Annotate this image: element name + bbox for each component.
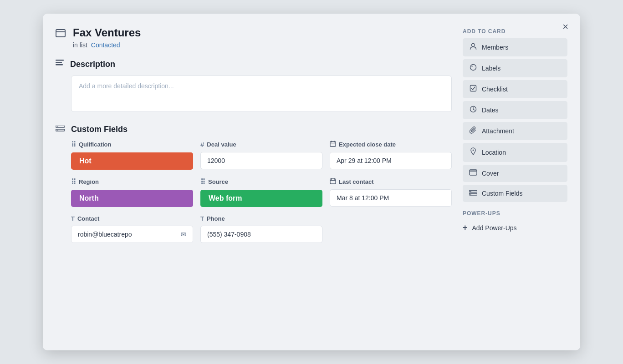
labels-label: Labels bbox=[482, 65, 500, 72]
field-phone-type-icon: T bbox=[200, 215, 204, 222]
svg-rect-2 bbox=[56, 60, 64, 61]
location-button[interactable]: Location bbox=[463, 143, 567, 162]
add-power-ups-label: Add Power-Ups bbox=[472, 224, 517, 232]
card-type-icon bbox=[56, 28, 66, 40]
field-phone-label: T Phone bbox=[200, 215, 322, 222]
svg-rect-13 bbox=[330, 179, 336, 184]
field-deal-value-input[interactable]: 12000 bbox=[200, 152, 322, 169]
svg-rect-4 bbox=[56, 64, 63, 66]
svg-rect-28 bbox=[470, 194, 471, 195]
card-list-link[interactable]: Contacted bbox=[91, 41, 120, 49]
field-deal-value: # Deal value 12000 bbox=[200, 141, 322, 170]
attachment-button[interactable]: Attachment bbox=[463, 122, 567, 140]
members-button[interactable]: Members bbox=[463, 38, 567, 56]
field-qualification-label: ⠿ Qulification bbox=[71, 141, 193, 149]
svg-point-17 bbox=[472, 44, 475, 47]
location-label: Location bbox=[482, 149, 506, 156]
svg-rect-24 bbox=[470, 170, 477, 172]
field-phone: T Phone (555) 347-0908 bbox=[200, 215, 322, 243]
checklist-icon bbox=[469, 85, 477, 94]
cover-icon bbox=[469, 169, 477, 177]
cover-button[interactable]: Cover bbox=[463, 165, 567, 182]
custom-fields-title: Custom Fields bbox=[71, 125, 128, 134]
members-label: Members bbox=[482, 44, 508, 51]
add-to-card-title: Add to card bbox=[463, 28, 567, 35]
field-last-contact-value[interactable]: Mar 8 at 12:00 PM bbox=[330, 189, 452, 207]
field-source-icon: ⠿ bbox=[200, 178, 205, 186]
close-button[interactable]: × bbox=[559, 20, 572, 34]
field-deal-value-label: # Deal value bbox=[200, 141, 322, 148]
field-contact-value[interactable]: robin@bluecatrepo ✉ bbox=[71, 226, 193, 243]
field-region-value[interactable]: North bbox=[71, 190, 193, 207]
field-region-label: ⠿ Region bbox=[71, 178, 193, 186]
svg-rect-0 bbox=[56, 30, 65, 37]
field-deal-value-icon: # bbox=[200, 141, 204, 148]
plus-icon: + bbox=[463, 223, 468, 233]
description-icon bbox=[56, 60, 64, 69]
custom-fields-sidebar-icon bbox=[469, 189, 477, 197]
field-source: ⠿ Source Web form bbox=[200, 178, 322, 207]
email-icon: ✉ bbox=[181, 231, 186, 238]
svg-rect-7 bbox=[56, 126, 58, 126]
custom-fields-sidebar-button[interactable]: Custom Fields bbox=[463, 185, 567, 202]
checklist-button[interactable]: Checklist bbox=[463, 80, 567, 98]
svg-point-19 bbox=[471, 66, 472, 66]
dates-label: Dates bbox=[482, 106, 499, 114]
field-source-value[interactable]: Web form bbox=[200, 190, 322, 207]
description-header: Description bbox=[56, 60, 452, 69]
power-ups-title: Power-Ups bbox=[463, 210, 567, 217]
attachment-label: Attachment bbox=[482, 127, 514, 135]
sidebar: Add to card Members Labels Checklist Dat… bbox=[463, 26, 567, 338]
description-input[interactable]: Add a more detailed description... bbox=[71, 76, 452, 112]
svg-point-22 bbox=[473, 150, 474, 151]
field-contact: T Contact robin@bluecatrepo ✉ bbox=[71, 215, 193, 243]
field-region: ⠿ Region North bbox=[71, 178, 193, 207]
svg-rect-9 bbox=[330, 142, 336, 147]
description-title: Description bbox=[70, 60, 115, 69]
field-qualification: ⠿ Qulification Hot bbox=[71, 141, 193, 170]
field-last-contact: Last contact Mar 8 at 12:00 PM bbox=[330, 178, 452, 207]
custom-fields-header: Custom Fields bbox=[56, 125, 452, 134]
card-title-block: Fax Ventures in list Contacted bbox=[73, 26, 141, 49]
dates-icon bbox=[469, 106, 477, 115]
power-ups-section: Power-Ups + Add Power-Ups bbox=[463, 210, 567, 235]
location-icon bbox=[469, 147, 477, 157]
field-expected-close-date-icon bbox=[330, 141, 336, 148]
card-modal: × Fax Ventures in list Contacted Descrip bbox=[43, 14, 580, 350]
custom-fields-icon bbox=[56, 125, 65, 134]
card-header: Fax Ventures in list Contacted bbox=[56, 26, 452, 49]
svg-rect-8 bbox=[56, 130, 58, 130]
field-expected-close-date: Expected close date Apr 29 at 12:00 PM bbox=[330, 141, 452, 170]
field-expected-close-date-label: Expected close date bbox=[330, 141, 452, 148]
main-content: Fax Ventures in list Contacted Descripti… bbox=[56, 26, 452, 338]
field-qualification-icon: ⠿ bbox=[71, 141, 76, 149]
field-qualification-value[interactable]: Hot bbox=[71, 152, 193, 170]
attachment-icon bbox=[469, 126, 477, 136]
card-subtitle: in list Contacted bbox=[73, 41, 141, 49]
custom-fields-sidebar-label: Custom Fields bbox=[482, 190, 522, 197]
cover-label: Cover bbox=[482, 170, 499, 177]
add-power-ups-button[interactable]: + Add Power-Ups bbox=[463, 220, 517, 235]
description-section: Description Add a more detailed descript… bbox=[56, 60, 452, 112]
field-expected-close-date-value[interactable]: Apr 29 at 12:00 PM bbox=[330, 152, 452, 169]
field-phone-value[interactable]: (555) 347-0908 bbox=[200, 226, 322, 243]
svg-point-18 bbox=[470, 65, 476, 71]
custom-fields-section: Custom Fields ⠿ Qulification Hot # Deal … bbox=[56, 125, 452, 243]
checklist-label: Checklist bbox=[482, 86, 508, 93]
labels-icon bbox=[469, 64, 477, 73]
fields-grid: ⠿ Qulification Hot # Deal value 12000 bbox=[71, 141, 452, 243]
members-icon bbox=[469, 43, 477, 52]
field-last-contact-label: Last contact bbox=[330, 178, 452, 186]
labels-button[interactable]: Labels bbox=[463, 59, 567, 77]
svg-rect-3 bbox=[56, 62, 62, 63]
field-contact-type-icon: T bbox=[71, 215, 75, 222]
svg-rect-27 bbox=[470, 191, 471, 192]
field-region-icon: ⠿ bbox=[71, 178, 76, 186]
field-last-contact-icon bbox=[330, 178, 336, 186]
field-contact-label: T Contact bbox=[71, 215, 193, 222]
card-title: Fax Ventures bbox=[73, 26, 141, 40]
svg-rect-1 bbox=[56, 31, 65, 32]
dates-button[interactable]: Dates bbox=[463, 101, 567, 119]
field-source-label: ⠿ Source bbox=[200, 178, 322, 186]
